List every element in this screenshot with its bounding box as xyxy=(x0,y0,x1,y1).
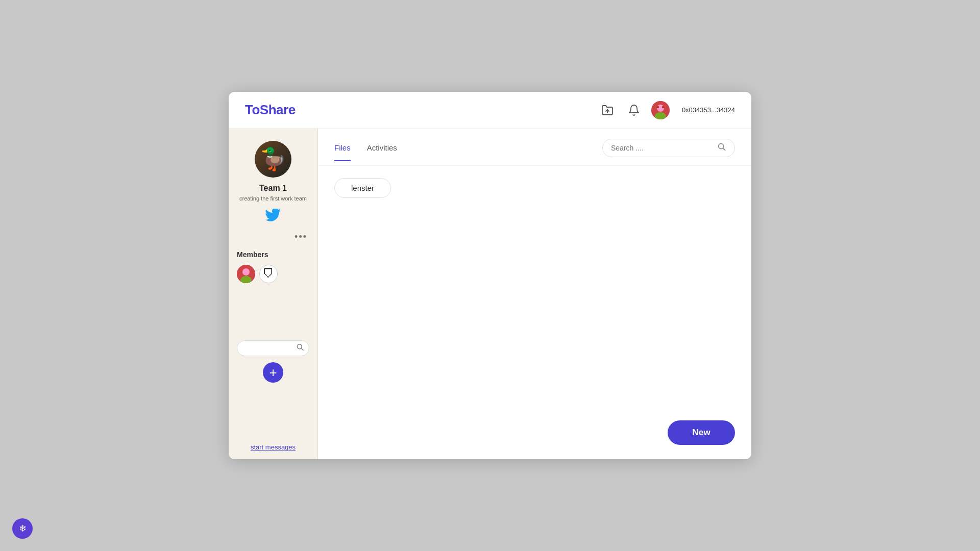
bell-icon[interactable] xyxy=(625,101,643,119)
tabs: Files Activities xyxy=(334,143,397,161)
bottom-widget[interactable]: ❄ xyxy=(12,518,33,539)
upload-folder-icon[interactable] xyxy=(598,101,617,119)
user-avatar-icon[interactable] xyxy=(651,101,670,119)
member-avatar-2[interactable]: ⛉ xyxy=(259,265,278,283)
wallet-address: 0x034353...34324 xyxy=(682,106,735,114)
members-label: Members xyxy=(237,251,268,259)
sidebar: 🦆 Team 1 creating the first work team ••… xyxy=(229,129,318,459)
svg-point-4 xyxy=(662,106,664,108)
svg-point-6 xyxy=(242,268,250,276)
content-header: Files Activities xyxy=(318,129,751,166)
app-header: ToShare xyxy=(229,92,751,129)
twitter-icon[interactable] xyxy=(265,209,281,229)
tab-activities[interactable]: Activities xyxy=(367,143,397,161)
add-team-button[interactable]: + xyxy=(263,362,283,383)
search-icon xyxy=(717,142,726,154)
team-avatar: 🦆 xyxy=(255,141,291,178)
svg-point-10 xyxy=(719,144,724,149)
search-bar xyxy=(602,139,735,157)
new-button[interactable]: New xyxy=(668,420,735,445)
svg-point-8 xyxy=(297,344,302,349)
team-desc: creating the first work team xyxy=(239,195,307,203)
content-area: Files Activities lenster New xyxy=(318,129,751,459)
tab-files[interactable]: Files xyxy=(334,143,351,161)
svg-point-1 xyxy=(657,105,664,112)
more-options-button[interactable]: ••• xyxy=(295,232,307,242)
svg-line-11 xyxy=(723,148,726,151)
snowflake-icon: ❄ xyxy=(19,523,27,534)
file-item-lenster[interactable]: lenster xyxy=(334,178,391,198)
search-input[interactable] xyxy=(611,144,713,152)
sidebar-search xyxy=(237,340,309,356)
team-name: Team 1 xyxy=(259,184,287,193)
main-body: 🦆 Team 1 creating the first work team ••… xyxy=(229,129,751,459)
members-row: ⛉ xyxy=(237,265,278,283)
content-body: lenster New xyxy=(318,166,751,459)
start-messages-link[interactable]: start messages xyxy=(251,443,296,451)
sidebar-search-icon xyxy=(296,343,304,353)
app-logo: ToShare xyxy=(245,102,598,118)
svg-point-3 xyxy=(657,106,659,108)
svg-line-9 xyxy=(301,348,303,350)
member-avatar-1[interactable] xyxy=(237,265,255,283)
header-actions: 0x034353...34324 xyxy=(598,101,735,119)
